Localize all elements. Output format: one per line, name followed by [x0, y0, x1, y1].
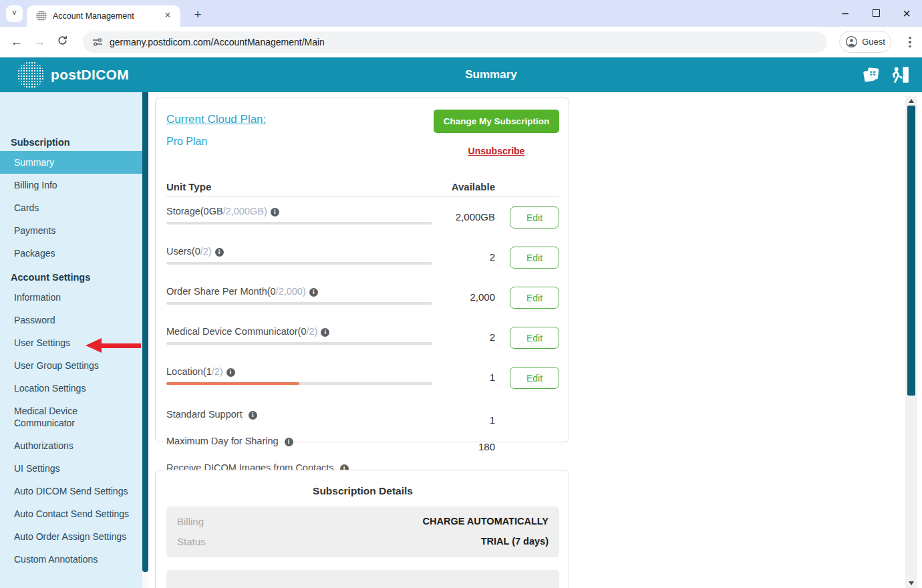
sidebar-scrollbar: [142, 92, 148, 588]
details-box: BillingCHARGE AUTOMATICALLYStatusTRIAL (…: [166, 506, 559, 557]
sidebar-item-password[interactable]: Password: [0, 309, 142, 331]
edit-button[interactable]: Edit: [510, 367, 559, 389]
sidebar-item-location-settings[interactable]: Location Settings: [0, 377, 142, 400]
url-bar[interactable]: germany.postdicom.com/AccountManagement/…: [83, 31, 827, 53]
usage-bar-fill: [166, 382, 299, 385]
maximize-button[interactable]: [861, 7, 891, 20]
plan-card: Current Cloud Plan: Pro Plan Change My S…: [155, 98, 569, 442]
available-value: 1: [415, 372, 495, 383]
plan-row-label: Storage(0GB/2,000GB)i: [166, 206, 279, 216]
info-icon[interactable]: i: [249, 411, 257, 420]
edit-button[interactable]: Edit: [510, 206, 559, 229]
subscription-details-card: Subscription Details BillingCHARGE AUTOM…: [155, 470, 569, 588]
usage-bar: [166, 262, 432, 265]
edit-button[interactable]: Edit: [510, 327, 559, 349]
window-close-button[interactable]: ×: [891, 6, 922, 21]
change-subscription-button[interactable]: Change My Subscription: [434, 110, 559, 133]
info-icon[interactable]: i: [309, 288, 318, 297]
minimize-button[interactable]: –: [830, 7, 861, 20]
sidebar-item-cards[interactable]: Cards: [0, 196, 142, 219]
browser-tab[interactable]: Account Management ×: [27, 5, 180, 27]
sidebar: SubscriptionSummaryBilling InfoCardsPaym…: [0, 92, 142, 588]
sidebar-item-auto-dicom-send-settings[interactable]: Auto DICOM Send Settings: [0, 480, 142, 502]
plan-row-label: Location(1/2)i: [166, 366, 235, 377]
sidebar-item-ui-settings[interactable]: UI Settings: [0, 457, 142, 480]
sidebar-item-auto-order-assign-settings[interactable]: Auto Order Assign Settings: [0, 525, 142, 548]
sidebar-item-auto-contact-send-settings[interactable]: Auto Contact Send Settings: [0, 502, 142, 525]
available-value: 180: [415, 441, 495, 452]
usage-bar: [166, 382, 432, 385]
info-icon[interactable]: i: [215, 248, 224, 257]
forward-button[interactable]: →: [28, 35, 51, 49]
details-value: TRIAL (7 days): [481, 536, 549, 547]
info-icon[interactable]: i: [285, 438, 293, 446]
plan-row-label: Order Share Per Month(0/2,000)i: [166, 286, 318, 297]
plan-row-users: Users(0/2)i2Edit: [156, 246, 570, 277]
plan-name: Pro Plan: [166, 136, 207, 148]
page-title: Summary: [60, 57, 922, 92]
logout-icon[interactable]: [890, 65, 910, 85]
sidebar-item-custom-annotations[interactable]: Custom Annotations: [0, 548, 142, 571]
column-header-unit-type: Unit Type: [166, 181, 211, 192]
scroll-up-icon[interactable]: [909, 99, 914, 103]
url-text: germany.postdicom.com/AccountManagement/…: [110, 37, 325, 47]
plan-row-medical-device-communicator: Medical Device Communicator(0/2)i2Edit: [156, 326, 570, 357]
tab-title: Account Management: [53, 11, 162, 21]
page-scrollbar: [905, 96, 917, 588]
info-icon[interactable]: i: [226, 368, 235, 377]
sidebar-item-packages[interactable]: Packages: [0, 242, 142, 265]
back-button[interactable]: ←: [5, 35, 28, 49]
sidebar-item-user-group-settings[interactable]: User Group Settings: [0, 354, 142, 377]
details-label: Billing: [177, 516, 204, 527]
sidebar-item-summary[interactable]: Summary: [0, 151, 142, 174]
chevron-down-icon[interactable]: ˅: [6, 5, 23, 22]
sidebar-item-billing-info[interactable]: Billing Info: [0, 174, 142, 196]
available-value: 2,000: [415, 291, 495, 303]
shared-images-icon[interactable]: [862, 65, 882, 85]
info-icon[interactable]: i: [271, 208, 279, 216]
unsubscribe-link[interactable]: Unsubscribe: [434, 146, 559, 156]
available-value: 1: [415, 414, 495, 426]
current-cloud-plan-link[interactable]: Current Cloud Plan:: [166, 113, 266, 126]
usage-bar: [166, 302, 432, 305]
info-icon[interactable]: i: [321, 328, 329, 337]
plan-row-standard-support: Standard Support i1: [156, 408, 570, 424]
sidebar-item-information[interactable]: Information: [0, 286, 142, 309]
browser-toolbar: ← → germany.postdicom.com/AccountManagem…: [0, 27, 922, 57]
scroll-down-icon[interactable]: [909, 581, 914, 585]
page-scrollbar-thumb[interactable]: [907, 106, 915, 396]
plan-row-location: Location(1/2)i1Edit: [156, 366, 570, 397]
sidebar-item-medical-device-communicator[interactable]: Medical Device Communicator: [0, 400, 142, 434]
plan-row-label: Standard Support i: [166, 409, 257, 420]
plan-row-storage: Storage(0GB/2,000GB)i2,000GBEdit: [156, 206, 570, 237]
details-box-secondary: [166, 570, 559, 588]
browser-window: ˅ Account Management × + – × ← → germany…: [0, 0, 922, 588]
edit-button[interactable]: Edit: [510, 247, 559, 269]
plan-row-label: Maximum Day for Sharing i: [166, 436, 293, 446]
details-row-status: StatusTRIAL (7 days): [177, 536, 549, 547]
details-title: Subscription Details: [156, 485, 570, 497]
available-value: 2: [415, 251, 495, 263]
edit-button[interactable]: Edit: [510, 287, 559, 309]
details-value: CHARGE AUTOMATICALLY: [423, 516, 549, 527]
browser-menu-button[interactable]: [904, 35, 916, 49]
available-value: 2: [415, 331, 495, 343]
tune-icon[interactable]: [92, 37, 103, 47]
details-label: Status: [177, 536, 206, 547]
new-tab-button[interactable]: +: [189, 6, 206, 23]
plan-row-maximum-day-for-sharing: Maximum Day for Sharing i180: [156, 434, 570, 450]
favicon-icon: [36, 11, 47, 21]
person-icon: [845, 35, 858, 48]
plan-row-label: Medical Device Communicator(0/2)i: [166, 326, 329, 337]
sidebar-item-payments[interactable]: Payments: [0, 219, 142, 242]
reload-button[interactable]: [51, 35, 73, 49]
window-controls: – ×: [830, 0, 922, 27]
tab-close-icon[interactable]: ×: [162, 10, 174, 22]
sidebar-item-authorizations[interactable]: Authorizations: [0, 434, 142, 457]
sidebar-scrollbar-thumb[interactable]: [142, 92, 148, 572]
plan-row-order-share-per-month: Order Share Per Month(0/2,000)i2,000Edit: [156, 286, 570, 317]
tab-strip: ˅ Account Management × + – ×: [0, 0, 922, 27]
sidebar-item-user-settings[interactable]: User Settings: [0, 331, 142, 354]
brand-logo[interactable]: postDICOM: [17, 61, 129, 88]
profile-button[interactable]: Guest: [839, 31, 891, 53]
